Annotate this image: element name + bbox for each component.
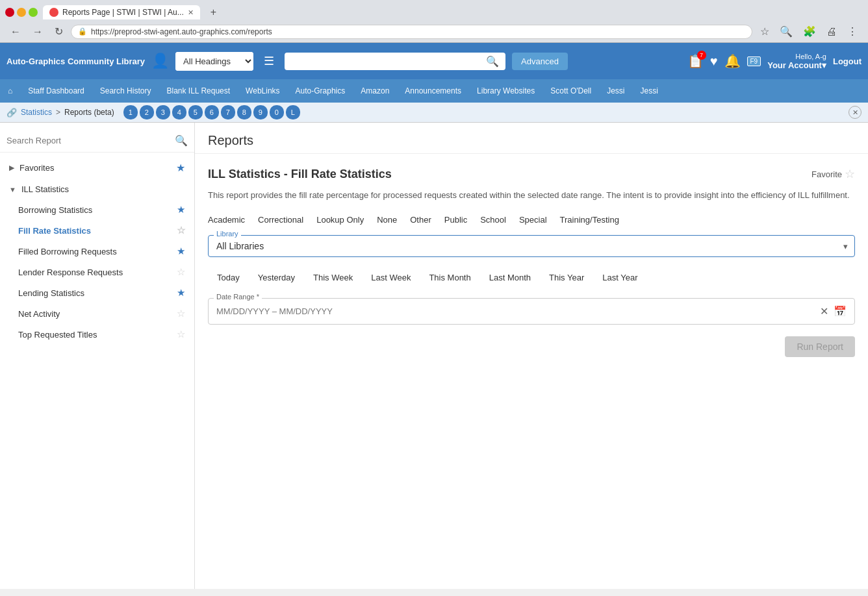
sidebar-search-input[interactable] xyxy=(6,136,171,145)
account-name[interactable]: Your Account▾ xyxy=(767,60,826,70)
browser-search-button[interactable]: 🔍 xyxy=(776,24,797,39)
alpha-9[interactable]: 9 xyxy=(253,105,268,119)
sidebar-sub-lending-statistics[interactable]: Lending Statistics ★ xyxy=(18,282,194,303)
nav-jessi-2[interactable]: Jessi xyxy=(633,81,666,101)
print-button[interactable]: 🖨 xyxy=(823,24,841,39)
date-range-input[interactable] xyxy=(216,306,820,316)
run-report-button[interactable]: Run Report xyxy=(785,336,855,357)
date-tab-this-month[interactable]: This Month xyxy=(420,269,479,288)
nav-scott-odell[interactable]: Scott O'Dell xyxy=(542,81,599,101)
date-tab-this-week[interactable]: This Week xyxy=(304,269,362,288)
alpha-3[interactable]: 3 xyxy=(156,105,170,119)
new-tab-button[interactable]: + xyxy=(205,4,222,21)
search-heading-select[interactable]: All Headings Title Author Subject ISBN xyxy=(175,52,253,71)
alpha-L[interactable]: L xyxy=(286,105,300,119)
lib-tab-training[interactable]: Training/Testing xyxy=(560,214,619,226)
sidebar-sub-filled-borrowing[interactable]: Filled Borrowing Requests ★ xyxy=(18,241,194,262)
sidebar-sub-fill-rate-statistics[interactable]: Fill Rate Statistics ☆ xyxy=(18,220,194,241)
search-submit-button[interactable]: 🔍 xyxy=(486,55,499,68)
advanced-search-button[interactable]: Advanced xyxy=(512,53,568,70)
date-range-calendar-icon[interactable]: 📅 xyxy=(834,305,847,317)
breadcrumb-statistics[interactable]: Statistics xyxy=(21,108,52,117)
alpha-7[interactable]: 7 xyxy=(221,105,235,119)
alpha-4[interactable]: 4 xyxy=(172,105,186,119)
date-tab-yesterday[interactable]: Yesterday xyxy=(249,269,304,288)
heart-icon-wrapper[interactable]: ♥ xyxy=(710,54,718,69)
alpha-2[interactable]: 2 xyxy=(140,105,154,119)
report-title: ILL Statistics - Fill Rate Statistics xyxy=(208,168,392,181)
date-tab-this-year[interactable]: This Year xyxy=(540,269,593,288)
date-range-label: Date Range * xyxy=(214,293,262,301)
lib-tab-special[interactable]: Special xyxy=(519,214,547,226)
favorite-button[interactable]: Favorite ☆ xyxy=(811,167,855,181)
tab-close-button[interactable]: ✕ xyxy=(188,8,194,17)
top-requested-star-icon[interactable]: ☆ xyxy=(177,329,185,340)
lending-statistics-star-icon[interactable]: ★ xyxy=(177,287,185,299)
sidebar-sub-lender-response[interactable]: Lender Response Requests ☆ xyxy=(18,262,194,282)
borrowing-statistics-star-icon[interactable]: ★ xyxy=(177,204,185,216)
lib-tab-correctional[interactable]: Correctional xyxy=(258,214,303,226)
breadcrumb-link-icon: 🔗 xyxy=(6,108,17,118)
date-range-clear-icon[interactable]: ✕ xyxy=(820,305,828,317)
filled-borrowing-star-icon[interactable]: ★ xyxy=(177,245,185,257)
date-tab-last-week[interactable]: Last Week xyxy=(362,269,420,288)
heart-icon: ♥ xyxy=(710,54,718,68)
logout-button[interactable]: Logout xyxy=(833,56,862,66)
alpha-0[interactable]: 0 xyxy=(270,105,284,119)
search-box[interactable]: 🔍 xyxy=(285,53,505,70)
lib-tab-none[interactable]: None xyxy=(377,214,397,226)
alpha-5[interactable]: 5 xyxy=(188,105,203,119)
lib-tab-other[interactable]: Other xyxy=(410,214,431,226)
library-select[interactable]: All Libraries xyxy=(216,241,847,251)
fill-rate-star-icon[interactable]: ☆ xyxy=(177,225,185,236)
forward-button[interactable]: → xyxy=(29,25,47,39)
nav-search-history[interactable]: Search History xyxy=(92,81,159,101)
sidebar-item-ill-statistics[interactable]: ▼ ILL Statistics xyxy=(0,179,194,199)
lib-tab-academic[interactable]: Academic xyxy=(208,214,245,226)
date-tab-last-month[interactable]: Last Month xyxy=(480,269,540,288)
window-close-button[interactable] xyxy=(5,8,14,17)
refresh-button[interactable]: ↻ xyxy=(51,24,67,39)
nav-staff-dashboard[interactable]: Staff Dashboard xyxy=(20,81,92,101)
breadcrumb-close-button[interactable]: ✕ xyxy=(849,106,862,119)
bell-icon-wrapper[interactable]: 🔔 xyxy=(724,53,741,69)
nav-weblinks[interactable]: WebLinks xyxy=(238,81,287,101)
nav-amazon[interactable]: Amazon xyxy=(353,81,397,101)
content-area: Reports ILL Statistics - Fill Rate Stati… xyxy=(195,123,868,589)
sidebar-item-favorites[interactable]: ▶ Favorites ★ xyxy=(0,156,194,179)
sidebar-search-icon[interactable]: 🔍 xyxy=(175,134,188,147)
date-tab-last-year[interactable]: Last Year xyxy=(593,269,646,288)
sidebar-sub-borrowing-statistics[interactable]: Borrowing Statistics ★ xyxy=(18,199,194,220)
bookmark-button[interactable]: ☆ xyxy=(756,24,773,39)
nav-jessi-1[interactable]: Jessi xyxy=(599,81,632,101)
menu-button[interactable]: ⋮ xyxy=(843,24,862,39)
address-bar[interactable]: 🔒 https://preprod-stwi-agent.auto-graphi… xyxy=(71,25,752,39)
lib-tab-public[interactable]: Public xyxy=(444,214,467,226)
back-button[interactable]: ← xyxy=(6,25,25,39)
lender-response-star-icon[interactable]: ☆ xyxy=(177,266,185,278)
nav-auto-graphics[interactable]: Auto-Graphics xyxy=(288,81,353,101)
sidebar-sub-net-activity[interactable]: Net Activity ☆ xyxy=(18,303,194,324)
extensions-button[interactable]: 🧩 xyxy=(799,24,820,39)
user-icon-button[interactable]: 👤 xyxy=(151,53,169,69)
active-tab[interactable]: Reports Page | STWI | STWI | Au... ✕ xyxy=(43,5,200,19)
reports-icon-wrapper[interactable]: 📋 7 xyxy=(687,53,704,69)
lib-tab-school[interactable]: School xyxy=(480,214,506,226)
window-min-button[interactable] xyxy=(17,8,26,17)
lib-tab-lookup-only[interactable]: Lookup Only xyxy=(316,214,364,226)
sidebar-sub-top-requested[interactable]: Top Requested Titles ☆ xyxy=(18,324,194,345)
date-tab-today[interactable]: Today xyxy=(208,269,249,288)
alpha-8[interactable]: 8 xyxy=(237,105,251,119)
nav-announcements[interactable]: Announcements xyxy=(397,81,469,101)
search-input[interactable] xyxy=(291,56,482,66)
alpha-1[interactable]: 1 xyxy=(123,105,138,119)
nav-home[interactable]: ⌂ xyxy=(0,81,20,101)
browser-chrome: Reports Page | STWI | STWI | Au... ✕ + ←… xyxy=(0,0,868,43)
alpha-6[interactable]: 6 xyxy=(205,105,219,119)
net-activity-star-icon[interactable]: ☆ xyxy=(177,308,185,319)
nav-library-websites[interactable]: Library Websites xyxy=(469,81,542,101)
window-max-button[interactable] xyxy=(29,8,38,17)
fill-rate-statistics-label: Fill Rate Statistics xyxy=(18,226,91,236)
nav-blank-ill-request[interactable]: Blank ILL Request xyxy=(159,81,238,101)
search-heading-dropdown[interactable]: All Headings Title Author Subject ISBN xyxy=(175,52,253,71)
